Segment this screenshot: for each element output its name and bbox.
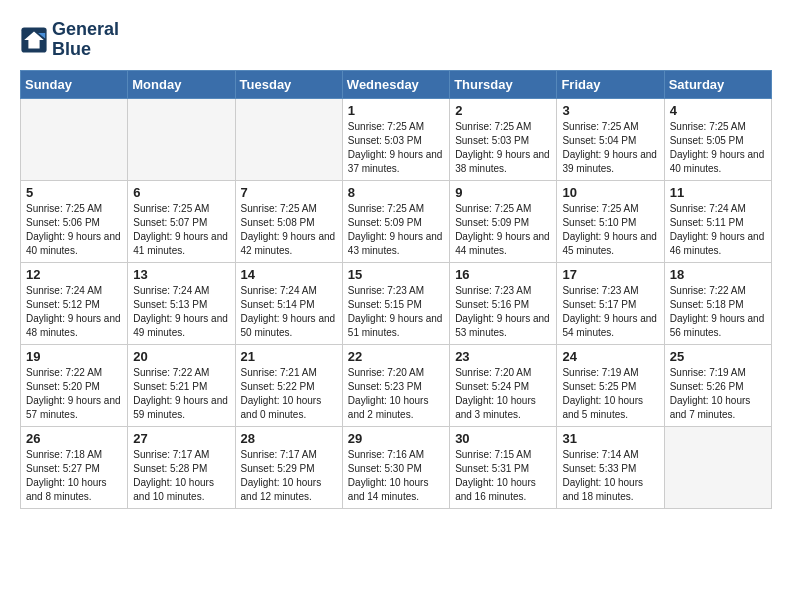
calendar-week-2: 5Sunrise: 7:25 AM Sunset: 5:06 PM Daylig… (21, 180, 772, 262)
day-number: 7 (241, 185, 337, 200)
calendar-cell: 28Sunrise: 7:17 AM Sunset: 5:29 PM Dayli… (235, 426, 342, 508)
logo-text: General Blue (52, 20, 119, 60)
day-number: 6 (133, 185, 229, 200)
day-info: Sunrise: 7:25 AM Sunset: 5:09 PM Dayligh… (455, 202, 551, 258)
calendar-cell: 5Sunrise: 7:25 AM Sunset: 5:06 PM Daylig… (21, 180, 128, 262)
calendar-cell: 22Sunrise: 7:20 AM Sunset: 5:23 PM Dayli… (342, 344, 449, 426)
day-info: Sunrise: 7:25 AM Sunset: 5:05 PM Dayligh… (670, 120, 766, 176)
day-number: 28 (241, 431, 337, 446)
day-info: Sunrise: 7:25 AM Sunset: 5:07 PM Dayligh… (133, 202, 229, 258)
calendar-cell: 29Sunrise: 7:16 AM Sunset: 5:30 PM Dayli… (342, 426, 449, 508)
day-info: Sunrise: 7:25 AM Sunset: 5:10 PM Dayligh… (562, 202, 658, 258)
calendar-week-4: 19Sunrise: 7:22 AM Sunset: 5:20 PM Dayli… (21, 344, 772, 426)
calendar-cell: 3Sunrise: 7:25 AM Sunset: 5:04 PM Daylig… (557, 98, 664, 180)
calendar-cell: 8Sunrise: 7:25 AM Sunset: 5:09 PM Daylig… (342, 180, 449, 262)
day-info: Sunrise: 7:22 AM Sunset: 5:20 PM Dayligh… (26, 366, 122, 422)
day-number: 29 (348, 431, 444, 446)
day-info: Sunrise: 7:18 AM Sunset: 5:27 PM Dayligh… (26, 448, 122, 504)
day-info: Sunrise: 7:23 AM Sunset: 5:17 PM Dayligh… (562, 284, 658, 340)
day-number: 12 (26, 267, 122, 282)
calendar-cell: 4Sunrise: 7:25 AM Sunset: 5:05 PM Daylig… (664, 98, 771, 180)
weekday-header-sunday: Sunday (21, 70, 128, 98)
day-number: 22 (348, 349, 444, 364)
day-info: Sunrise: 7:24 AM Sunset: 5:12 PM Dayligh… (26, 284, 122, 340)
calendar-cell: 2Sunrise: 7:25 AM Sunset: 5:03 PM Daylig… (450, 98, 557, 180)
day-number: 14 (241, 267, 337, 282)
day-info: Sunrise: 7:23 AM Sunset: 5:16 PM Dayligh… (455, 284, 551, 340)
calendar-cell: 30Sunrise: 7:15 AM Sunset: 5:31 PM Dayli… (450, 426, 557, 508)
day-info: Sunrise: 7:17 AM Sunset: 5:29 PM Dayligh… (241, 448, 337, 504)
day-number: 25 (670, 349, 766, 364)
calendar-cell: 21Sunrise: 7:21 AM Sunset: 5:22 PM Dayli… (235, 344, 342, 426)
day-info: Sunrise: 7:25 AM Sunset: 5:09 PM Dayligh… (348, 202, 444, 258)
day-number: 5 (26, 185, 122, 200)
weekday-header-wednesday: Wednesday (342, 70, 449, 98)
calendar-cell (235, 98, 342, 180)
day-info: Sunrise: 7:24 AM Sunset: 5:11 PM Dayligh… (670, 202, 766, 258)
day-number: 18 (670, 267, 766, 282)
calendar-cell: 14Sunrise: 7:24 AM Sunset: 5:14 PM Dayli… (235, 262, 342, 344)
day-number: 16 (455, 267, 551, 282)
day-info: Sunrise: 7:25 AM Sunset: 5:03 PM Dayligh… (348, 120, 444, 176)
calendar-table: SundayMondayTuesdayWednesdayThursdayFrid… (20, 70, 772, 509)
day-info: Sunrise: 7:25 AM Sunset: 5:03 PM Dayligh… (455, 120, 551, 176)
day-info: Sunrise: 7:24 AM Sunset: 5:13 PM Dayligh… (133, 284, 229, 340)
calendar-cell: 1Sunrise: 7:25 AM Sunset: 5:03 PM Daylig… (342, 98, 449, 180)
day-number: 31 (562, 431, 658, 446)
weekday-header-saturday: Saturday (664, 70, 771, 98)
logo-icon (20, 26, 48, 54)
calendar-cell: 12Sunrise: 7:24 AM Sunset: 5:12 PM Dayli… (21, 262, 128, 344)
day-number: 11 (670, 185, 766, 200)
day-info: Sunrise: 7:22 AM Sunset: 5:21 PM Dayligh… (133, 366, 229, 422)
day-number: 2 (455, 103, 551, 118)
day-info: Sunrise: 7:20 AM Sunset: 5:24 PM Dayligh… (455, 366, 551, 422)
calendar-cell: 9Sunrise: 7:25 AM Sunset: 5:09 PM Daylig… (450, 180, 557, 262)
calendar-cell: 13Sunrise: 7:24 AM Sunset: 5:13 PM Dayli… (128, 262, 235, 344)
day-number: 8 (348, 185, 444, 200)
day-number: 10 (562, 185, 658, 200)
day-number: 4 (670, 103, 766, 118)
day-info: Sunrise: 7:19 AM Sunset: 5:26 PM Dayligh… (670, 366, 766, 422)
calendar-week-1: 1Sunrise: 7:25 AM Sunset: 5:03 PM Daylig… (21, 98, 772, 180)
calendar-cell: 26Sunrise: 7:18 AM Sunset: 5:27 PM Dayli… (21, 426, 128, 508)
day-number: 30 (455, 431, 551, 446)
weekday-header-thursday: Thursday (450, 70, 557, 98)
day-info: Sunrise: 7:25 AM Sunset: 5:04 PM Dayligh… (562, 120, 658, 176)
day-info: Sunrise: 7:17 AM Sunset: 5:28 PM Dayligh… (133, 448, 229, 504)
calendar-cell: 19Sunrise: 7:22 AM Sunset: 5:20 PM Dayli… (21, 344, 128, 426)
day-number: 3 (562, 103, 658, 118)
day-info: Sunrise: 7:22 AM Sunset: 5:18 PM Dayligh… (670, 284, 766, 340)
calendar-cell: 6Sunrise: 7:25 AM Sunset: 5:07 PM Daylig… (128, 180, 235, 262)
day-info: Sunrise: 7:24 AM Sunset: 5:14 PM Dayligh… (241, 284, 337, 340)
day-info: Sunrise: 7:15 AM Sunset: 5:31 PM Dayligh… (455, 448, 551, 504)
day-number: 21 (241, 349, 337, 364)
calendar-header-row: SundayMondayTuesdayWednesdayThursdayFrid… (21, 70, 772, 98)
calendar-cell (664, 426, 771, 508)
day-info: Sunrise: 7:16 AM Sunset: 5:30 PM Dayligh… (348, 448, 444, 504)
weekday-header-monday: Monday (128, 70, 235, 98)
day-number: 13 (133, 267, 229, 282)
day-number: 15 (348, 267, 444, 282)
weekday-header-tuesday: Tuesday (235, 70, 342, 98)
calendar-cell: 7Sunrise: 7:25 AM Sunset: 5:08 PM Daylig… (235, 180, 342, 262)
calendar-week-5: 26Sunrise: 7:18 AM Sunset: 5:27 PM Dayli… (21, 426, 772, 508)
calendar-cell: 18Sunrise: 7:22 AM Sunset: 5:18 PM Dayli… (664, 262, 771, 344)
calendar-cell: 17Sunrise: 7:23 AM Sunset: 5:17 PM Dayli… (557, 262, 664, 344)
day-info: Sunrise: 7:23 AM Sunset: 5:15 PM Dayligh… (348, 284, 444, 340)
calendar-cell: 31Sunrise: 7:14 AM Sunset: 5:33 PM Dayli… (557, 426, 664, 508)
day-info: Sunrise: 7:21 AM Sunset: 5:22 PM Dayligh… (241, 366, 337, 422)
day-number: 24 (562, 349, 658, 364)
calendar-cell: 15Sunrise: 7:23 AM Sunset: 5:15 PM Dayli… (342, 262, 449, 344)
day-number: 17 (562, 267, 658, 282)
calendar-cell: 27Sunrise: 7:17 AM Sunset: 5:28 PM Dayli… (128, 426, 235, 508)
calendar-cell: 23Sunrise: 7:20 AM Sunset: 5:24 PM Dayli… (450, 344, 557, 426)
calendar-cell (21, 98, 128, 180)
calendar-cell: 25Sunrise: 7:19 AM Sunset: 5:26 PM Dayli… (664, 344, 771, 426)
day-info: Sunrise: 7:19 AM Sunset: 5:25 PM Dayligh… (562, 366, 658, 422)
calendar-cell (128, 98, 235, 180)
calendar-cell: 11Sunrise: 7:24 AM Sunset: 5:11 PM Dayli… (664, 180, 771, 262)
calendar-cell: 20Sunrise: 7:22 AM Sunset: 5:21 PM Dayli… (128, 344, 235, 426)
day-info: Sunrise: 7:25 AM Sunset: 5:08 PM Dayligh… (241, 202, 337, 258)
day-number: 27 (133, 431, 229, 446)
weekday-header-friday: Friday (557, 70, 664, 98)
